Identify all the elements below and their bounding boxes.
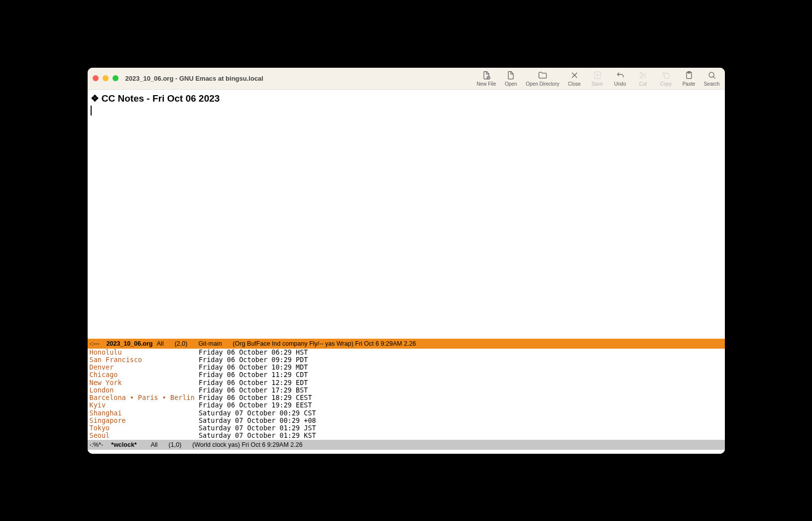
world-clock-time: Friday 06 October 12:29 EDT (199, 379, 308, 387)
undo-icon (615, 70, 625, 80)
traffic-lights (93, 75, 118, 81)
world-clock-row: Honolulu Friday 06 October 06:29 HST (90, 349, 723, 356)
world-clock-city: San Francisco (90, 356, 142, 364)
minimize-window-button[interactable] (103, 75, 109, 81)
svg-rect-4 (664, 73, 669, 78)
svg-point-3 (640, 72, 642, 74)
svg-point-7 (709, 72, 714, 77)
world-clock-row: Seoul Saturday 07 October 01:29 KST (90, 432, 723, 439)
modeline-modes: (World clock yas) Fri Oct 6 9:29AM 2.26 (192, 441, 302, 448)
copy-button[interactable]: Copy (658, 70, 674, 87)
undo-button[interactable]: Undo (612, 70, 628, 87)
search-icon (707, 70, 717, 80)
svg-point-2 (640, 76, 642, 78)
world-clock-city: Seoul (90, 431, 110, 439)
world-clock-row: San Francisco Friday 06 October 09:29 PD… (90, 356, 723, 364)
world-clock-row: Singapore Saturday 07 October 00:29 +08 (90, 417, 723, 424)
modeline-bottom[interactable]: -:%*- *wclock* All (1,0) (World clock ya… (88, 440, 725, 450)
modeline-prefix: -:--- (90, 340, 100, 347)
world-clock-time: Saturday 07 October 01:29 JST (199, 424, 316, 432)
world-clock-time: Friday 06 October 09:29 PDT (199, 356, 308, 364)
world-clock-row: Shanghai Saturday 07 October 00:29 CST (90, 409, 723, 417)
world-clock-time: Friday 06 October 18:29 CEST (199, 393, 312, 401)
modeline-vc: Git-main (198, 340, 222, 347)
copy-icon (661, 70, 671, 80)
world-clock-city: London (90, 386, 114, 394)
modeline-buffer-name: *wclock* (111, 441, 136, 448)
scissors-icon (638, 70, 648, 80)
modeline-modes: (Org BufFace Ind company Fly/-- yas Wrap… (233, 340, 416, 347)
world-clock-city: Shanghai (90, 409, 122, 417)
paste-icon (684, 70, 694, 80)
world-clock-row: New York Friday 06 October 12:29 EDT (90, 379, 723, 387)
world-clock-row: London Friday 06 October 17:29 BST (90, 387, 723, 394)
world-clock-time: Friday 06 October 06:29 HST (199, 348, 308, 356)
modeline-buffer-name: 2023_10_06.org (107, 340, 153, 347)
world-clock-time: Saturday 07 October 00:29 CST (199, 409, 316, 417)
world-clock-row: Chicago Friday 06 October 11:29 CDT (90, 371, 723, 379)
cut-button[interactable]: Cut (635, 70, 651, 87)
open-button[interactable]: Open (503, 70, 519, 87)
world-clock-city: Singapore (90, 416, 126, 424)
world-clock-city: Chicago (90, 371, 118, 379)
file-icon (506, 70, 516, 80)
open-directory-button[interactable]: Open Directory (526, 70, 559, 87)
world-clock-row: Kyiv Friday 06 October 19:29 EEST (90, 401, 723, 409)
org-headline: ❖ CC Notes - Fri Oct 06 2023 (91, 93, 722, 104)
folder-icon (538, 70, 548, 80)
world-clock-city: Barcelona • Paris • Berlin (90, 393, 195, 401)
toolbar: New File Open Open Directory Close Save … (476, 70, 719, 87)
minibuffer[interactable] (88, 450, 725, 454)
save-label: Save (591, 81, 603, 87)
zoom-window-button[interactable] (113, 75, 118, 81)
open-label: Open (505, 81, 517, 87)
modeline-position: All (151, 441, 158, 448)
close-window-button[interactable] (93, 75, 99, 81)
world-clock-city: Kyiv (90, 401, 106, 409)
paste-button[interactable]: Paste (681, 70, 697, 87)
modeline-rowcol: (2,0) (175, 340, 188, 347)
world-clock-time: Saturday 07 October 01:29 KST (199, 431, 316, 439)
close-icon (570, 70, 580, 80)
world-clock-city: Tokyo (90, 424, 110, 432)
world-clock-buffer[interactable]: Honolulu Friday 06 October 06:29 HSTSan … (88, 349, 725, 440)
world-clock-time: Friday 06 October 10:29 MDT (199, 363, 308, 371)
world-clock-time: Friday 06 October 17:29 BST (199, 386, 308, 394)
world-clock-row: Tokyo Saturday 07 October 01:29 JST (90, 424, 723, 432)
save-icon (592, 70, 602, 80)
undo-label: Undo (614, 81, 626, 87)
world-clock-city: New York (90, 379, 122, 387)
modeline-prefix: -:%*- (90, 441, 104, 448)
world-clock-time: Saturday 07 October 00:29 +08 (199, 416, 316, 424)
world-clock-city: Denver (90, 363, 114, 371)
new-file-button[interactable]: New File (476, 70, 496, 87)
world-clock-city: Honolulu (90, 348, 122, 356)
emacs-window: 2023_10_06.org - GNU Emacs at bingsu.loc… (88, 68, 725, 454)
paste-label: Paste (683, 81, 696, 87)
modeline-position: All (157, 340, 164, 347)
cut-label: Cut (639, 81, 647, 87)
save-button[interactable]: Save (589, 70, 605, 87)
close-button[interactable]: Close (567, 70, 582, 87)
open-directory-label: Open Directory (526, 81, 559, 87)
new-file-icon (481, 70, 491, 80)
modeline-rowcol: (1,0) (169, 441, 182, 448)
copy-label: Copy (660, 81, 672, 87)
editor-buffer[interactable]: ❖ CC Notes - Fri Oct 06 2023 (88, 90, 725, 339)
world-clock-time: Friday 06 October 11:29 CDT (199, 371, 308, 379)
world-clock-time: Friday 06 October 19:29 EEST (199, 401, 312, 409)
window-title: 2023_10_06.org - GNU Emacs at bingsu.loc… (125, 75, 263, 82)
titlebar: 2023_10_06.org - GNU Emacs at bingsu.loc… (88, 68, 725, 90)
close-label: Close (568, 81, 581, 87)
search-button[interactable]: Search (704, 70, 720, 87)
text-cursor (91, 106, 92, 116)
search-label: Search (704, 81, 720, 87)
world-clock-row: Denver Friday 06 October 10:29 MDT (90, 364, 723, 371)
new-file-label: New File (476, 81, 496, 87)
modeline-top[interactable]: -:--- 2023_10_06.org All (2,0) Git-main … (88, 339, 725, 349)
world-clock-row: Barcelona • Paris • Berlin Friday 06 Oct… (90, 394, 723, 401)
